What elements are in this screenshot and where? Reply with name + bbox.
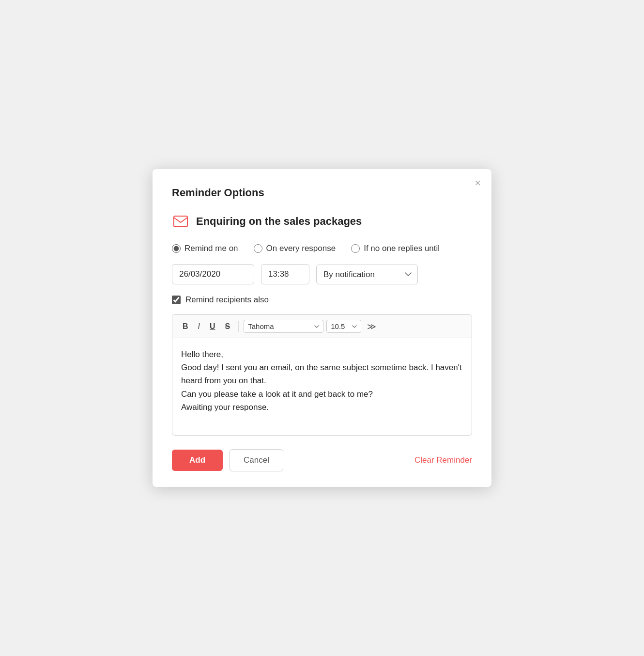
radio-remind-me-on-label: Remind me on xyxy=(184,244,238,253)
radio-every-response[interactable]: On every response xyxy=(254,244,336,253)
close-button[interactable]: × xyxy=(475,178,481,188)
editor-toolbar: B I U S Tahoma Arial Times New Roman Geo… xyxy=(172,315,472,338)
notification-select[interactable]: By notification By email By SMS xyxy=(316,265,418,284)
font-select[interactable]: Tahoma Arial Times New Roman Georgia Ver… xyxy=(244,320,323,333)
reminder-options-dialog: × Reminder Options Enquiring on the sale… xyxy=(153,169,491,487)
more-options-button[interactable]: ≫ xyxy=(364,320,379,333)
editor-line-4: Awaiting your response. xyxy=(181,403,269,412)
clear-reminder-button[interactable]: Clear Reminder xyxy=(414,455,472,465)
strikethrough-button[interactable]: S xyxy=(222,320,234,332)
radio-every-response-label: On every response xyxy=(266,244,336,253)
svg-rect-0 xyxy=(174,216,187,227)
italic-button[interactable]: I xyxy=(195,320,203,332)
envelope-icon xyxy=(172,213,189,230)
time-input[interactable] xyxy=(261,264,309,284)
inputs-row: By notification By email By SMS xyxy=(172,264,472,284)
subject-row: Enquiring on the sales packages xyxy=(172,213,472,230)
editor-line-3: Can you please take a look at it and get… xyxy=(181,390,373,399)
bold-button[interactable]: B xyxy=(179,320,192,332)
dialog-title: Reminder Options xyxy=(172,187,472,199)
editor-line-1: Hello there, xyxy=(181,350,223,359)
underline-button[interactable]: U xyxy=(206,320,219,332)
editor-container: B I U S Tahoma Arial Times New Roman Geo… xyxy=(172,314,472,436)
size-select[interactable]: 8 9 10 10.5 11 12 14 xyxy=(326,320,361,333)
radio-every-response-input[interactable] xyxy=(254,244,262,253)
remind-recipients-checkbox[interactable] xyxy=(172,296,181,304)
radio-no-one-replies[interactable]: If no one replies until xyxy=(351,244,440,253)
radio-remind-me-on-input[interactable] xyxy=(172,244,181,253)
editor-line-2: Good day! I sent you an email, on the sa… xyxy=(181,363,462,385)
radio-no-one-replies-input[interactable] xyxy=(351,244,360,253)
remind-recipients-label[interactable]: Remind recipients also xyxy=(185,295,269,305)
checkbox-row: Remind recipients also xyxy=(172,295,472,305)
cancel-button[interactable]: Cancel xyxy=(230,449,283,471)
notification-select-wrapper: By notification By email By SMS xyxy=(316,265,418,284)
editor-body[interactable]: Hello there, Good day! I sent you an ema… xyxy=(172,338,472,435)
subject-text: Enquiring on the sales packages xyxy=(196,215,362,228)
date-input[interactable] xyxy=(172,264,254,284)
radio-options-row: Remind me on On every response If no one… xyxy=(172,244,472,253)
radio-remind-me-on[interactable]: Remind me on xyxy=(172,244,238,253)
footer-row: Add Cancel Clear Reminder xyxy=(172,449,472,471)
toolbar-divider-1 xyxy=(238,321,239,332)
add-button[interactable]: Add xyxy=(172,450,223,471)
radio-no-one-replies-label: If no one replies until xyxy=(364,244,440,253)
